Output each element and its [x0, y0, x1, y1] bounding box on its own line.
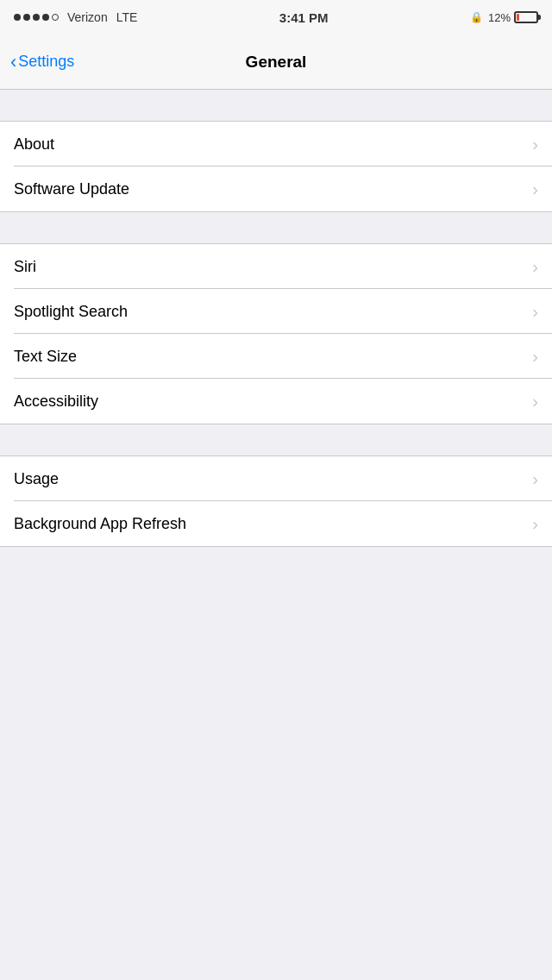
lock-icon: 🔒	[470, 11, 483, 23]
settings-item-usage[interactable]: Usage ›	[0, 456, 552, 501]
battery-icon	[514, 11, 538, 23]
settings-group-2: Siri › Spotlight Search › Text Size › Ac…	[0, 243, 552, 424]
back-button-label: Settings	[18, 53, 74, 71]
status-bar: Verizon LTE 3:41 PM 🔒 12%	[0, 0, 552, 35]
settings-group-1: About › Software Update ›	[0, 121, 552, 212]
text-size-chevron-icon: ›	[532, 347, 538, 367]
network-type: LTE	[116, 10, 138, 24]
settings-item-background-app-refresh[interactable]: Background App Refresh ›	[0, 501, 552, 546]
software-update-label: Software Update	[14, 180, 129, 198]
spotlight-search-chevron-icon: ›	[532, 302, 538, 322]
siri-chevron-icon: ›	[532, 257, 538, 277]
signal-dot-4	[42, 14, 49, 21]
carrier-name: Verizon	[67, 10, 108, 24]
settings-item-text-size[interactable]: Text Size ›	[0, 334, 552, 379]
about-chevron-icon: ›	[532, 135, 538, 154]
battery-percent: 12%	[488, 11, 511, 24]
signal-dots	[14, 14, 59, 21]
accessibility-chevron-icon: ›	[532, 392, 538, 411]
background-app-refresh-label: Background App Refresh	[14, 515, 186, 533]
settings-group-3: Usage › Background App Refresh ›	[0, 455, 552, 547]
usage-chevron-icon: ›	[532, 469, 538, 489]
battery-fill	[517, 14, 519, 21]
status-bar-right: 🔒 12%	[470, 11, 538, 24]
settings-item-spotlight-search[interactable]: Spotlight Search ›	[0, 289, 552, 334]
accessibility-label: Accessibility	[14, 393, 98, 411]
page-title: General	[246, 53, 307, 72]
signal-dot-2	[23, 14, 30, 21]
about-label: About	[14, 135, 54, 154]
usage-label: Usage	[14, 470, 59, 488]
spotlight-search-label: Spotlight Search	[14, 303, 128, 321]
siri-label: Siri	[14, 258, 36, 276]
back-button[interactable]: ‹ Settings	[10, 53, 74, 72]
signal-dot-1	[14, 14, 21, 21]
text-size-label: Text Size	[14, 348, 77, 366]
settings-item-siri[interactable]: Siri ›	[0, 244, 552, 289]
battery-container: 12%	[488, 11, 538, 24]
section-gap-top	[0, 90, 552, 121]
section-gap-2	[0, 212, 552, 243]
back-chevron-icon: ‹	[10, 53, 16, 72]
nav-bar: ‹ Settings General	[0, 35, 552, 90]
section-gap-3	[0, 424, 552, 455]
status-bar-left: Verizon LTE	[14, 10, 137, 24]
background-app-refresh-chevron-icon: ›	[532, 514, 538, 534]
section-gap-bottom	[0, 547, 552, 578]
signal-dot-5	[52, 14, 59, 21]
settings-item-about[interactable]: About ›	[0, 122, 552, 166]
status-bar-time: 3:41 PM	[279, 10, 329, 25]
software-update-chevron-icon: ›	[532, 179, 538, 199]
settings-item-accessibility[interactable]: Accessibility ›	[0, 379, 552, 424]
settings-item-software-update[interactable]: Software Update ›	[0, 166, 552, 211]
signal-dot-3	[33, 14, 40, 21]
